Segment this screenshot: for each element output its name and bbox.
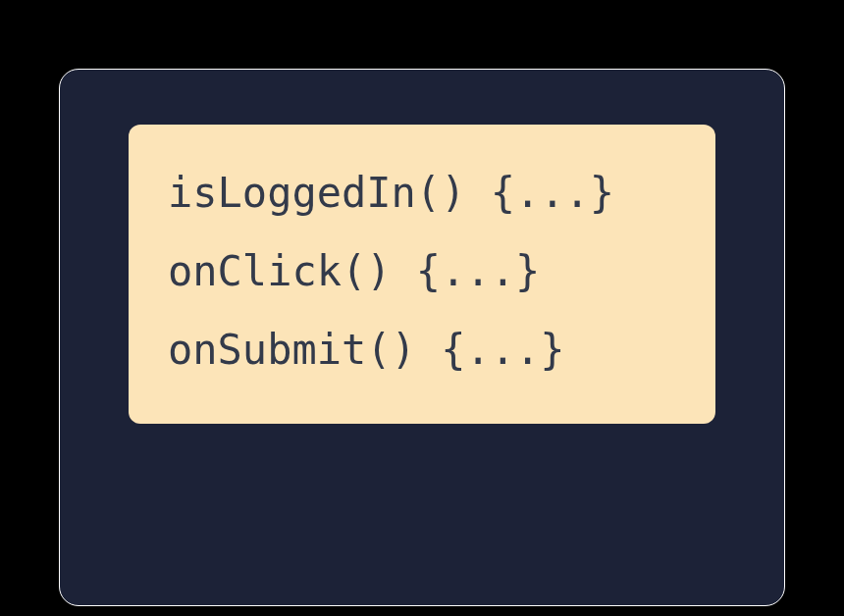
code-line: onSubmit() {...} [168, 311, 676, 389]
code-line: isLoggedIn() {...} [168, 154, 676, 232]
code-block: isLoggedIn() {...} onClick() {...} onSub… [129, 125, 715, 424]
code-line: onClick() {...} [168, 232, 676, 311]
code-panel: isLoggedIn() {...} onClick() {...} onSub… [59, 69, 785, 606]
